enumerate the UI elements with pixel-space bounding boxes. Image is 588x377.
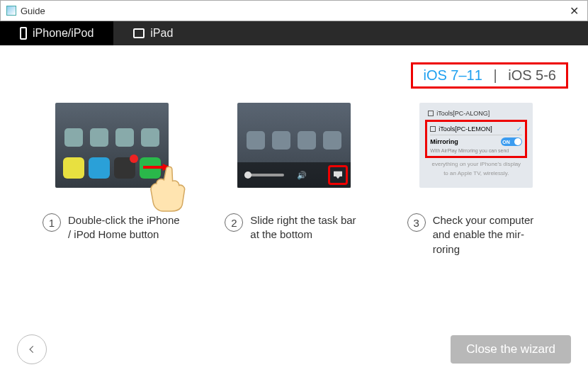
step-2-number: 2 bbox=[225, 213, 243, 232]
step-1-number: 1 bbox=[43, 213, 61, 232]
tab-iphone-ipod[interactable]: iPhone/iPod bbox=[0, 21, 113, 45]
step-3: iTools[PC-ALONG] iTools[PC-LEMON]✓ Mirro… bbox=[407, 103, 545, 257]
pointing-hand-icon bbox=[137, 159, 197, 213]
version-row: iOS 7–11 | iOS 5-6 bbox=[14, 54, 574, 103]
mirroring-note-1: everything on your iPhone's display bbox=[425, 161, 527, 167]
app-icon bbox=[6, 6, 16, 16]
device-item-2: iTools[PC-LEMON] bbox=[439, 125, 492, 133]
step-2: 🔊 2 Slide right the task bar at the bott… bbox=[225, 103, 363, 257]
tab-ipad[interactable]: iPad bbox=[113, 21, 193, 45]
ios-version-selector: iOS 7–11 | iOS 5-6 bbox=[411, 62, 568, 89]
step-1: 1 Double-click the iPhone / iPod Home bu… bbox=[43, 103, 181, 257]
phone-icon bbox=[20, 27, 27, 40]
checkbox-icon bbox=[430, 126, 436, 132]
device-tabbar: iPhone/iPod iPad bbox=[0, 21, 588, 45]
airplay-icon bbox=[328, 165, 348, 185]
step-2-screenshot: 🔊 bbox=[237, 103, 351, 188]
volume-icon: 🔊 bbox=[297, 171, 307, 180]
mirroring-hint: With AirPlay Mirroring you can send bbox=[430, 148, 522, 153]
tab-ipad-label: iPad bbox=[150, 27, 173, 40]
mirroring-label: Mirroring bbox=[430, 138, 458, 145]
step-3-number: 3 bbox=[407, 213, 426, 232]
step-1-screenshot bbox=[55, 103, 169, 188]
mirroring-panel: iTools[PC-LEMON]✓ Mirroring ON With AirP… bbox=[425, 120, 527, 158]
tab-iphone-label: iPhone/iPod bbox=[33, 27, 94, 40]
version-separator: | bbox=[493, 67, 497, 83]
step-3-description: Check your computer and enable the mir­r… bbox=[433, 213, 545, 257]
version-ios7-11[interactable]: iOS 7–11 bbox=[423, 67, 482, 83]
close-wizard-button[interactable]: Close the wizard bbox=[451, 335, 571, 364]
footer: Close the wizard bbox=[0, 334, 588, 364]
version-ios5-6[interactable]: iOS 5-6 bbox=[508, 67, 556, 83]
step-3-screenshot: iTools[PC-ALONG] iTools[PC-LEMON]✓ Mirro… bbox=[419, 103, 533, 188]
device-item-1: iTools[PC-ALONG] bbox=[436, 110, 490, 117]
tablet-icon bbox=[133, 28, 145, 38]
back-button[interactable] bbox=[17, 334, 47, 364]
checkbox-icon bbox=[428, 111, 434, 116]
brightness-slider-icon bbox=[244, 174, 284, 176]
mirroring-note-2: to an Apple TV, wirelessly. bbox=[425, 170, 527, 176]
window-titlebar: Guide ✕ bbox=[0, 0, 588, 21]
steps-container: 1 Double-click the iPhone / iPod Home bu… bbox=[14, 103, 574, 257]
window-title: Guide bbox=[21, 6, 567, 16]
mirroring-toggle: ON bbox=[501, 137, 522, 146]
step-2-description: Slide right the task bar at the bottom bbox=[250, 213, 363, 242]
chevron-left-icon bbox=[27, 344, 37, 354]
step-1-description: Double-click the iPhone / iPod Home butt… bbox=[68, 213, 181, 242]
content-area: iOS 7–11 | iOS 5-6 bbox=[0, 45, 588, 257]
window-close-button[interactable]: ✕ bbox=[567, 4, 582, 18]
